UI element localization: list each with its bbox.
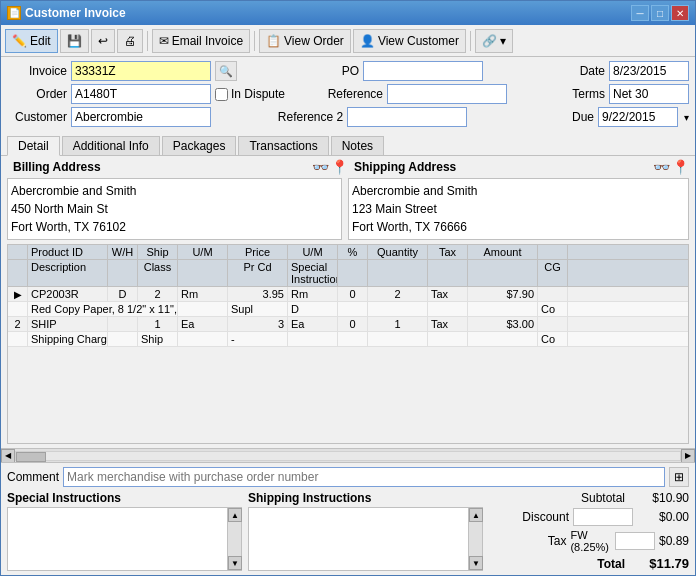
terms-input[interactable] [609,84,689,104]
shipping-binoculars-icon[interactable]: 👓 [653,159,670,175]
grid-scrollbar-h[interactable]: ◀ ▶ [1,448,695,462]
special-instructions-textarea[interactable]: ▲ ▼ [7,507,242,571]
date-input[interactable] [609,61,689,81]
shipping-scroll-down[interactable]: ▼ [469,556,483,570]
gh-cg [538,245,568,259]
row1b-e2 [428,302,468,316]
minimize-button[interactable]: ─ [631,5,649,21]
comment-input[interactable] [63,467,665,487]
row2b-cg: Co [538,332,568,346]
total-label: Total [545,557,625,571]
subtotal-value: $10.90 [629,491,689,505]
due-input[interactable] [598,107,678,127]
view-customer-label: View Customer [378,34,459,48]
tab-notes[interactable]: Notes [331,136,384,155]
row1-ship: 2 [138,287,178,301]
totals-area: Subtotal $10.90 Discount $0.00 Tax FW (8… [489,491,689,571]
gh2-special: Special Instructions [288,260,338,286]
special-scroll-up[interactable]: ▲ [228,508,242,522]
close-button[interactable]: ✕ [671,5,689,21]
scroll-track-h[interactable] [15,451,681,461]
row2-product: SHIP [28,317,108,331]
total-row: Total $11.79 [489,556,689,571]
undo-button[interactable]: ↩ [91,29,115,53]
tax-row: Tax FW (8.25%) $0.89 [489,529,689,553]
grid-row-1a[interactable]: ▶ CP2003R D 2 Rm 3.95 Rm 0 2 Tax $7.90 [8,287,688,302]
title-bar: 📄 Customer Invoice ─ □ ✕ [1,1,695,25]
row2-um2: Ea [288,317,338,331]
discount-input[interactable] [573,508,633,526]
tab-transactions[interactable]: Transactions [238,136,328,155]
row1b-class: Supl [228,302,288,316]
shipping-instructions-scrollbar: ▲ ▼ [468,508,482,570]
po-input[interactable] [363,61,483,81]
row2b-e3 [338,332,368,346]
row2b-e4 [368,332,428,346]
save-button[interactable]: 💾 [60,29,89,53]
grid-row-2a[interactable]: 2 SHIP 1 Ea 3 Ea 0 1 Tax $3.00 [8,317,688,332]
shipping-scroll-up[interactable]: ▲ [469,508,483,522]
invoice-search-icon[interactable]: 🔍 [215,61,237,81]
due-dropdown-icon[interactable]: ▾ [684,112,689,123]
row1-um: Rm [178,287,228,301]
row2-cg [538,317,568,331]
view-order-label: View Order [284,34,344,48]
app-icon: 📄 [7,6,21,20]
attach-button[interactable]: 🔗 ▾ [475,29,513,53]
gh-pct: % [338,245,368,259]
invoice-input[interactable] [71,61,211,81]
tab-additional-info[interactable]: Additional Info [62,136,160,155]
row1b-e1 [368,302,428,316]
toolbar-sep1 [147,31,148,51]
row1-product: CP2003R [28,287,108,301]
comment-icon[interactable]: ⊞ [669,467,689,487]
row2b-e5 [428,332,468,346]
tax-input[interactable] [615,532,655,550]
gh-tax: Tax [428,245,468,259]
shipping-instructions-textarea[interactable]: ▲ ▼ [248,507,483,571]
row2-num: 2 [8,317,28,331]
email-icon: ✉ [159,34,169,48]
attach-icon: 🔗 [482,34,497,48]
grid-row-2b: Shipping Charges Ship - Co [8,332,688,347]
gh2-num [8,260,28,286]
view-order-button[interactable]: 📋 View Order [259,29,351,53]
row1b-e3 [468,302,538,316]
in-dispute-checkbox[interactable] [215,88,228,101]
customer-input[interactable] [71,107,211,127]
row1-um2: Rm [288,287,338,301]
row2-pct: 0 [338,317,368,331]
edit-button[interactable]: ✏️ Edit [5,29,58,53]
comment-row: Comment ⊞ [7,467,689,487]
row1-pct: 0 [338,287,368,301]
billing-map-icon[interactable]: 📍 [331,159,348,175]
row1b-cg: Co [538,302,568,316]
scroll-left-btn[interactable]: ◀ [1,449,15,463]
row1-tax: Tax [428,287,468,301]
email-label: Email Invoice [172,34,243,48]
tab-packages[interactable]: Packages [162,136,237,155]
total-value: $11.79 [629,556,689,571]
shipping-map-icon[interactable]: 📍 [672,159,689,175]
maximize-button[interactable]: □ [651,5,669,21]
subtotal-label: Subtotal [545,491,625,505]
scroll-right-btn[interactable]: ▶ [681,449,695,463]
attach-dropdown-icon: ▾ [500,34,506,48]
billing-line2: 450 North Main St [11,200,338,218]
print-button[interactable]: 🖨 [117,29,143,53]
gh2-desc: Description [28,260,108,286]
billing-title: Billing Address [7,158,107,176]
email-invoice-button[interactable]: ✉ Email Invoice [152,29,250,53]
order-input[interactable] [71,84,211,104]
grid-header-row2: Description Class Pr Cd Special Instruct… [8,260,688,287]
toolbar: ✏️ Edit 💾 ↩ 🖨 ✉ Email Invoice 📋 View Ord… [1,25,695,57]
special-instructions-scrollbar: ▲ ▼ [227,508,241,570]
reference-input[interactable] [387,84,507,104]
special-scroll-down[interactable]: ▼ [228,556,242,570]
undo-icon: ↩ [98,34,108,48]
reference2-input[interactable] [347,107,467,127]
billing-binoculars-icon[interactable]: 👓 [312,159,329,175]
view-customer-button[interactable]: 👤 View Customer [353,29,466,53]
tab-detail[interactable]: Detail [7,136,60,156]
edit-label: Edit [30,34,51,48]
